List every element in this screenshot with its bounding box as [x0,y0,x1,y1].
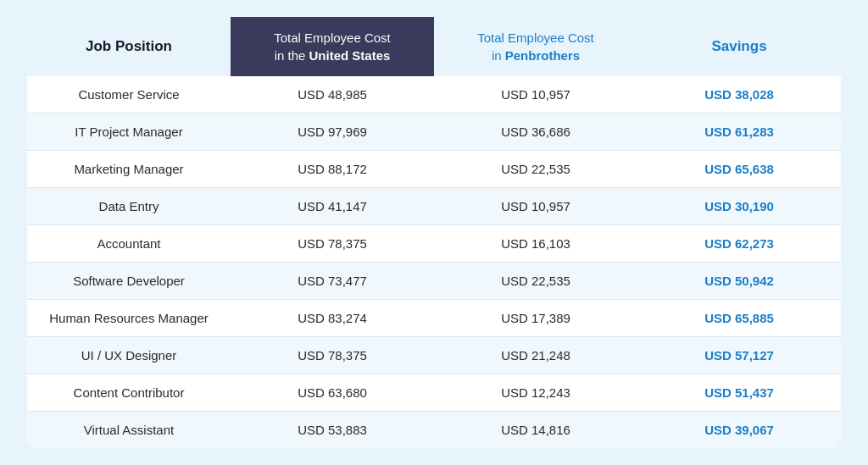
cell-us_cost: USD 41,147 [231,188,434,225]
cell-pb_cost: USD 17,389 [434,300,637,337]
cost-comparison-table: Job Position Total Employee Cost in the … [27,17,841,448]
table-row: Marketing ManagerUSD 88,172USD 22,535USD… [27,151,841,188]
table-row: IT Project ManagerUSD 97,969USD 36,686US… [27,113,841,151]
cell-position: Accountant [27,225,231,263]
table-row: Software DeveloperUSD 73,477USD 22,535US… [27,263,841,300]
col-header-pb-line1: Total Employee Cost [477,30,594,45]
cell-savings: USD 57,127 [637,337,841,374]
cell-position: Data Entry [27,188,231,225]
table-row: UI / UX DesignerUSD 78,375USD 21,248USD … [27,337,841,374]
table-row: Human Resources ManagerUSD 83,274USD 17,… [27,300,841,337]
cell-savings: USD 38,028 [637,76,841,113]
cell-pb_cost: USD 21,248 [434,337,637,374]
col-header-savings: Savings [637,17,841,76]
cell-pb_cost: USD 10,957 [434,76,637,113]
cell-position: Virtual Assistant [27,412,231,449]
table-row: Virtual AssistantUSD 53,883USD 14,816USD… [27,412,841,449]
cell-us_cost: USD 63,680 [231,374,434,412]
cell-us_cost: USD 48,985 [231,76,434,113]
cell-us_cost: USD 53,883 [231,412,434,449]
cell-us_cost: USD 78,375 [231,225,434,263]
cell-pb_cost: USD 14,816 [434,412,637,449]
col-header-us-cost: Total Employee Cost in the United States [231,17,434,76]
col-header-pb-cost: Total Employee Cost in Penbrothers [434,17,637,76]
cell-position: Marketing Manager [27,151,231,188]
cell-savings: USD 51,437 [637,374,841,412]
col-header-us-line1: Total Employee Cost [274,30,391,45]
cell-savings: USD 50,942 [637,263,841,300]
cell-savings: USD 65,638 [637,151,841,188]
cell-position: UI / UX Designer [27,337,231,374]
cell-savings: USD 30,190 [637,188,841,225]
cell-position: Software Developer [27,263,231,300]
cell-pb_cost: USD 16,103 [434,225,637,263]
cell-position: Content Contributor [27,374,231,412]
cell-us_cost: USD 88,172 [231,151,434,188]
cell-pb_cost: USD 22,535 [434,263,637,300]
cell-pb_cost: USD 22,535 [434,151,637,188]
col-header-pb-line2: in Penbrothers [492,48,580,63]
cell-position: IT Project Manager [27,113,231,151]
cell-us_cost: USD 83,274 [231,300,434,337]
table-row: AccountantUSD 78,375USD 16,103USD 62,273 [27,225,841,263]
cell-us_cost: USD 97,969 [231,113,434,151]
col-header-us-line2: in the United States [275,48,391,63]
cell-position: Customer Service [27,76,231,113]
table-row: Content ContributorUSD 63,680USD 12,243U… [27,374,841,412]
cell-pb_cost: USD 36,686 [434,113,637,151]
table-row: Data EntryUSD 41,147USD 10,957USD 30,190 [27,188,841,225]
cell-savings: USD 62,273 [637,225,841,263]
table-row: Customer ServiceUSD 48,985USD 10,957USD … [27,76,841,113]
col-header-position: Job Position [27,17,231,76]
cell-us_cost: USD 78,375 [231,337,434,374]
cell-savings: USD 61,283 [637,113,841,151]
cell-pb_cost: USD 12,243 [434,374,637,412]
cell-us_cost: USD 73,477 [231,263,434,300]
cell-savings: USD 39,067 [637,412,841,449]
cell-position: Human Resources Manager [27,300,231,337]
cell-savings: USD 65,885 [637,300,841,337]
cell-pb_cost: USD 10,957 [434,188,637,225]
